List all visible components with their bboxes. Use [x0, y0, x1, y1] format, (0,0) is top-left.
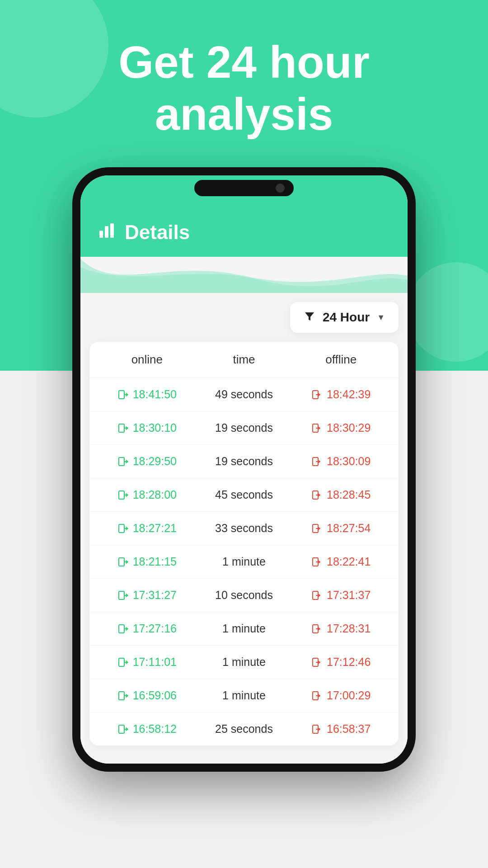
svg-rect-3 — [119, 391, 124, 399]
logout-icon — [311, 590, 323, 601]
cell-offline-4: 18:27:54 — [292, 522, 389, 535]
login-icon — [117, 623, 129, 635]
table-row: 18:30:10 19 seconds 18:30:29 — [89, 411, 399, 445]
table-header-row: online time offline — [89, 342, 399, 378]
header-row: Details — [99, 212, 389, 244]
table-row: 17:11:01 1 minute 17:12:46 — [89, 646, 399, 679]
table-row: 16:58:12 25 seconds 16:58:37 — [89, 712, 399, 745]
table-row: 16:59:06 1 minute 17:00:29 — [89, 679, 399, 712]
logout-icon — [311, 690, 323, 702]
table-row: 17:27:16 1 minute 17:28:31 — [89, 612, 399, 646]
svg-rect-11 — [119, 524, 124, 533]
svg-rect-5 — [119, 424, 124, 432]
logout-icon — [311, 422, 323, 434]
cell-online-8: 17:11:01 — [99, 656, 196, 669]
svg-rect-19 — [119, 658, 124, 666]
svg-rect-2 — [110, 223, 114, 238]
table-row: 17:31:27 10 seconds 17:31:37 — [89, 579, 399, 612]
logout-icon — [311, 523, 323, 534]
svg-rect-17 — [119, 625, 124, 633]
wave-decoration — [80, 257, 408, 293]
phone-screen-inner: Details — [80, 175, 408, 764]
cell-offline-1: 18:30:29 — [292, 421, 389, 434]
login-icon — [117, 523, 129, 534]
front-camera — [276, 184, 285, 193]
logout-icon — [311, 656, 323, 668]
cell-offline-3: 18:28:45 — [292, 488, 389, 501]
cell-time-7: 1 minute — [196, 622, 293, 635]
cell-time-3: 45 seconds — [196, 488, 293, 501]
screen-title: Details — [125, 221, 190, 244]
filter-dropdown[interactable]: 24 Hour ▼ — [290, 302, 399, 333]
col-header-offline: offline — [292, 353, 389, 367]
cell-online-9: 16:59:06 — [99, 689, 196, 702]
svg-rect-15 — [119, 591, 124, 599]
cell-time-1: 19 seconds — [196, 421, 293, 434]
notch — [194, 180, 294, 196]
cell-offline-5: 18:22:41 — [292, 555, 389, 568]
cell-online-3: 18:28:00 — [99, 488, 196, 501]
cell-time-4: 33 seconds — [196, 522, 293, 535]
phone-wrapper: Details — [72, 167, 416, 772]
cell-time-0: 49 seconds — [196, 388, 293, 401]
svg-rect-0 — [99, 231, 103, 238]
table-row: 18:29:50 19 seconds 18:30:09 — [89, 445, 399, 478]
svg-rect-7 — [119, 458, 124, 466]
login-icon — [117, 556, 129, 568]
table-row: 18:27:21 33 seconds 18:27:54 — [89, 512, 399, 545]
phone-frame: Details — [72, 167, 416, 772]
header-chart-icon — [99, 221, 117, 244]
cell-time-9: 1 minute — [196, 689, 293, 702]
filter-funnel-icon — [304, 310, 315, 325]
phone-screen: Details — [80, 175, 408, 764]
data-table: online time offline 18:41:50 49 seconds — [89, 342, 399, 745]
login-icon — [117, 690, 129, 702]
hero-line1: Get 24 hour — [118, 37, 370, 87]
cell-online-1: 18:30:10 — [99, 421, 196, 434]
cell-offline-6: 17:31:37 — [292, 589, 389, 602]
cell-offline-0: 18:42:39 — [292, 388, 389, 401]
filter-label: 24 Hour — [323, 310, 370, 325]
filter-row: 24 Hour ▼ — [89, 293, 399, 342]
logout-icon — [311, 723, 323, 735]
cell-online-6: 17:31:27 — [99, 589, 196, 602]
svg-rect-23 — [119, 725, 124, 733]
cell-online-2: 18:29:50 — [99, 455, 196, 468]
logout-icon — [311, 389, 323, 401]
logout-icon — [311, 456, 323, 467]
login-icon — [117, 422, 129, 434]
cell-offline-9: 17:00:29 — [292, 689, 389, 702]
svg-rect-9 — [119, 491, 124, 499]
login-icon — [117, 489, 129, 501]
chevron-down-icon: ▼ — [377, 313, 385, 322]
cell-online-10: 16:58:12 — [99, 722, 196, 736]
cell-online-0: 18:41:50 — [99, 388, 196, 401]
svg-rect-21 — [119, 692, 124, 700]
table-row: 18:21:15 1 minute 18:22:41 — [89, 545, 399, 579]
col-header-online: online — [99, 353, 196, 367]
hero-title-block: Get 24 hour analysis — [0, 36, 488, 140]
logout-icon — [311, 556, 323, 568]
cell-offline-10: 16:58:37 — [292, 722, 389, 736]
hero-line2: analysis — [155, 89, 333, 139]
cell-online-5: 18:21:15 — [99, 555, 196, 568]
cell-time-5: 1 minute — [196, 555, 293, 568]
login-icon — [117, 723, 129, 735]
svg-rect-1 — [105, 226, 108, 238]
col-header-time: time — [196, 353, 293, 367]
cell-time-6: 10 seconds — [196, 589, 293, 602]
cell-time-8: 1 minute — [196, 656, 293, 669]
cell-online-7: 17:27:16 — [99, 622, 196, 635]
cell-online-4: 18:27:21 — [99, 522, 196, 535]
table-row: 18:28:00 45 seconds 18:28:45 — [89, 478, 399, 512]
table-rows: 18:41:50 49 seconds 18:42:39 18:30:10 19… — [89, 378, 399, 745]
cell-time-2: 19 seconds — [196, 455, 293, 468]
cell-time-10: 25 seconds — [196, 722, 293, 736]
table-row: 18:41:50 49 seconds 18:42:39 — [89, 378, 399, 411]
cell-offline-7: 17:28:31 — [292, 622, 389, 635]
cell-offline-2: 18:30:09 — [292, 455, 389, 468]
login-icon — [117, 590, 129, 601]
svg-rect-13 — [119, 558, 124, 566]
login-icon — [117, 389, 129, 401]
cell-offline-8: 17:12:46 — [292, 656, 389, 669]
